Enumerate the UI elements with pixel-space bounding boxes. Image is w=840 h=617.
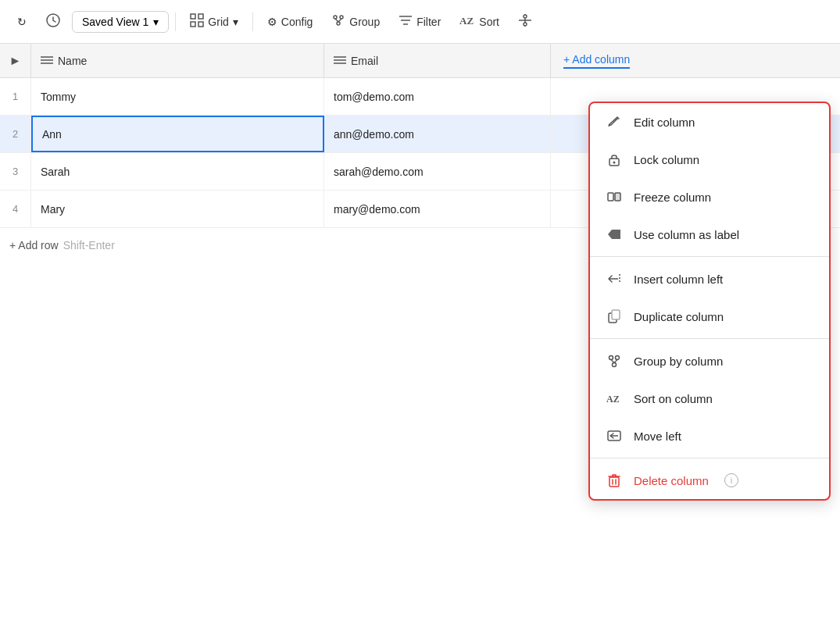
filter-icon (399, 15, 413, 28)
duplicate-icon (606, 308, 623, 325)
menu-item-edit-column[interactable]: Edit column (590, 103, 829, 141)
svg-point-33 (609, 356, 613, 360)
menu-item-duplicate[interactable]: Duplicate column (590, 298, 829, 335)
menu-item-sort-on-column[interactable]: AZ Sort on column (590, 380, 829, 417)
col-name-icon (41, 55, 53, 67)
group-icon (331, 13, 345, 30)
svg-rect-41 (609, 477, 619, 487)
add-column-button[interactable]: + Add column (551, 44, 840, 77)
delete-column-icon (606, 472, 623, 489)
move-left-icon (606, 427, 623, 444)
svg-rect-27 (615, 193, 620, 201)
grid-dropdown-icon: ▾ (233, 16, 238, 28)
row-email-2: ann@demo.com (324, 116, 551, 152)
menu-item-use-label[interactable]: Use column as label (590, 216, 829, 253)
menu-divider-3 (590, 458, 829, 458)
row-name-4[interactable]: Mary (31, 191, 324, 227)
refresh-icon: ↻ (17, 16, 27, 28)
add-row-shortcut: Shift-Enter (63, 239, 115, 251)
svg-rect-1 (191, 14, 195, 19)
toolbar-separator-1 (175, 12, 176, 31)
lock-column-label: Lock column (634, 153, 699, 166)
delete-column-label: Delete column (634, 474, 709, 487)
svg-rect-2 (198, 14, 203, 19)
delete-info-icon[interactable]: i (724, 473, 738, 487)
edit-column-icon (606, 113, 623, 130)
col-email-label: Email (351, 55, 378, 67)
col-name-label: Name (58, 55, 87, 67)
add-row-label: + Add row (9, 239, 59, 251)
use-label-icon (606, 226, 623, 243)
row-num-2: 2 (0, 116, 31, 152)
menu-item-move-left[interactable]: Move left (590, 417, 829, 455)
lock-column-icon (606, 151, 623, 168)
move-left-label: Move left (634, 430, 681, 443)
svg-point-5 (334, 16, 337, 19)
svg-line-8 (335, 19, 338, 22)
filter-button[interactable]: Filter (391, 10, 449, 33)
svg-point-16 (524, 15, 527, 18)
row-num-1: 1 (0, 78, 31, 115)
menu-item-insert-left[interactable]: Insert column left (590, 260, 829, 298)
freeze-column-label: Freeze column (634, 191, 711, 204)
svg-marker-28 (608, 230, 620, 239)
config-label: Config (281, 16, 313, 28)
add-column-label: + Add column (563, 53, 630, 69)
sort-button[interactable]: AZ Sort (452, 9, 507, 34)
col-email-header[interactable]: Email (324, 44, 551, 77)
group-by-label: Group by column (634, 355, 723, 368)
col-name-header[interactable]: Name (31, 44, 324, 77)
history-button[interactable] (38, 8, 69, 35)
grid-button[interactable]: Grid ▾ (182, 9, 245, 34)
saved-view-button[interactable]: Saved View 1 ▾ (72, 11, 169, 33)
row-name-3[interactable]: Sarah (31, 153, 324, 190)
saved-view-label: Saved View 1 (82, 16, 148, 28)
menu-item-lock-column[interactable]: Lock column (590, 141, 829, 178)
svg-text:AZ: AZ (459, 15, 474, 27)
menu-divider-1 (590, 256, 829, 257)
menu-item-group-by[interactable]: Group by column (590, 342, 829, 380)
edit-column-label: Edit column (634, 116, 695, 129)
adjust-icon (518, 13, 532, 30)
duplicate-label: Duplicate column (634, 310, 724, 323)
toolbar: ↻ Saved View 1 ▾ Grid ▾ ⚙ Config (0, 0, 840, 44)
grid-icon (190, 13, 204, 30)
refresh-button[interactable]: ↻ (9, 11, 34, 33)
row-email-1: tom@demo.com (324, 78, 551, 115)
svg-point-17 (524, 23, 527, 26)
svg-rect-3 (191, 22, 195, 27)
svg-rect-32 (612, 310, 620, 319)
freeze-column-icon (606, 188, 623, 205)
config-button[interactable]: ⚙ Config (259, 11, 320, 33)
svg-rect-26 (608, 193, 613, 201)
grid-header: ► Name Email + Add col (0, 44, 840, 78)
row-email-3: sarah@demo.com (324, 153, 551, 190)
adjust-button[interactable] (510, 9, 540, 34)
insert-left-icon (606, 270, 623, 287)
svg-text:AZ: AZ (606, 394, 620, 405)
row-name-2[interactable]: Ann (31, 116, 324, 152)
menu-item-freeze-column[interactable]: Freeze column (590, 178, 829, 216)
col-email-icon (334, 55, 346, 67)
svg-line-36 (611, 360, 614, 363)
group-label: Group (349, 16, 380, 28)
svg-line-37 (614, 360, 617, 363)
group-by-icon (606, 352, 623, 369)
svg-rect-4 (198, 22, 203, 27)
row-name-1[interactable]: Tommy (31, 78, 324, 115)
svg-point-7 (337, 22, 340, 25)
svg-line-9 (338, 19, 341, 22)
context-menu: Edit column Lock column Freeze column (588, 102, 831, 501)
svg-point-25 (613, 162, 616, 164)
sort-on-column-label: Sort on column (634, 392, 713, 405)
row-num-4: 4 (0, 191, 31, 227)
config-icon: ⚙ (267, 16, 277, 28)
use-label-label: Use column as label (634, 228, 739, 241)
sort-icon: AZ (459, 14, 475, 29)
grid-label: Grid (208, 16, 228, 28)
menu-item-delete-column[interactable]: Delete column i (590, 462, 829, 499)
menu-divider-2 (590, 338, 829, 339)
svg-point-34 (616, 356, 620, 360)
group-button[interactable]: Group (323, 9, 388, 34)
sort-label: Sort (479, 16, 499, 28)
